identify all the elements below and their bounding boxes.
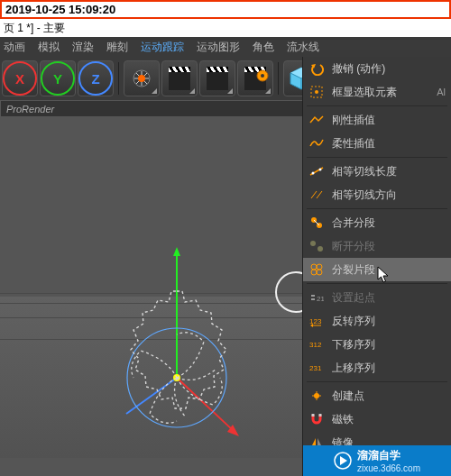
window-titlebar: 页 1 *] - 主要: [0, 19, 451, 38]
menu-frame-sel-kbd: Al: [437, 87, 446, 97]
menu-sep-1: [307, 105, 447, 106]
menu-render[interactable]: 渲染: [72, 40, 94, 55]
timestamp-bar: 2019-10-25 15:09:20: [0, 0, 451, 19]
menu-seq-up-label: 上移序列: [332, 361, 375, 376]
menu-split-seg-label: 分裂片段: [332, 262, 375, 278]
split-icon: [308, 261, 325, 278]
menu-mograph[interactable]: 运动图形: [197, 40, 240, 55]
svg-marker-6: [173, 247, 180, 256]
menu-pipeline[interactable]: 流水线: [287, 40, 319, 55]
viewport-3d[interactable]: [0, 116, 303, 476]
magnet-icon: [308, 411, 325, 427]
gear-icon: [255, 69, 277, 87]
menu-merge-seg[interactable]: 合并分段: [303, 211, 451, 234]
svg-point-27: [317, 264, 322, 270]
menu-sep-4: [307, 283, 447, 284]
menu-sep-2: [307, 157, 447, 158]
timestamp-text: 2019-10-25 15:09:20: [5, 3, 115, 16]
svg-line-19: [311, 191, 317, 198]
menu-sculpt[interactable]: 雕刻: [106, 40, 128, 55]
svg-line-9: [126, 378, 177, 414]
eq-dir-icon: [308, 187, 325, 203]
menu-eq-dir[interactable]: 相等切线方向: [303, 183, 451, 206]
clapper-red-icon: [207, 67, 228, 90]
svg-line-20: [317, 191, 322, 198]
render-button[interactable]: [124, 60, 160, 96]
svg-point-29: [317, 270, 322, 275]
render-queue-button[interactable]: [199, 60, 235, 96]
menu-rigid[interactable]: 刚性插值: [303, 108, 451, 132]
menu-seq-up[interactable]: 231 上移序列: [303, 356, 451, 380]
setstart-icon: 213: [308, 289, 325, 306]
sequp-icon: 231: [308, 360, 325, 376]
menu-frame-sel-label: 框显选取元素: [332, 85, 397, 100]
menu-anim[interactable]: 动画: [4, 40, 25, 55]
viewport-engine-label: ProRender: [0, 100, 303, 118]
svg-point-26: [311, 264, 317, 270]
viewport-content: [0, 116, 303, 476]
svg-marker-45: [340, 456, 347, 465]
menu-soft[interactable]: 柔性插值: [303, 132, 451, 155]
rigid-icon: [308, 112, 325, 128]
menu-rigid-label: 刚性插值: [332, 113, 375, 128]
menu-set-start[interactable]: 213 设置起点: [303, 286, 451, 309]
engine-text: ProRender: [6, 104, 54, 114]
menu-seq-down[interactable]: 312 下移序列: [303, 333, 451, 356]
svg-rect-31: [311, 298, 315, 300]
menu-sim[interactable]: 模拟: [38, 40, 60, 55]
svg-line-23: [314, 220, 319, 225]
menu-create-pt[interactable]: 创建点: [303, 384, 451, 407]
menu-frame-sel[interactable]: 框显选取元素 Al: [303, 80, 451, 104]
svg-point-12: [276, 272, 303, 312]
menu-eq-dir-label: 相等切线方向: [332, 188, 397, 203]
menu-character[interactable]: 角色: [253, 40, 274, 55]
toolbar-sep-1: [118, 62, 119, 95]
creatept-icon: [308, 388, 325, 404]
menu-undo[interactable]: 撤销 (动作): [303, 57, 451, 80]
merge-icon: [308, 215, 325, 231]
x-icon: X: [3, 61, 37, 96]
menu-split-seg[interactable]: 分裂片段: [303, 258, 451, 281]
svg-text:123: 123: [309, 317, 322, 325]
svg-point-18: [319, 169, 322, 171]
svg-point-3: [261, 74, 264, 78]
break-icon: [308, 238, 325, 254]
nav-widget[interactable]: [263, 265, 303, 319]
svg-point-1: [138, 75, 145, 82]
svg-text:213: 213: [317, 295, 324, 303]
seqdown-icon: 312: [308, 336, 325, 352]
frame-icon: [308, 84, 325, 100]
render-icon: [130, 67, 153, 90]
clapper-icon: [169, 67, 190, 90]
svg-point-25: [318, 246, 323, 252]
menu-sep-3: [307, 208, 447, 209]
menu-magnet[interactable]: 磁铁: [303, 407, 451, 431]
axis-y-button[interactable]: Y: [40, 60, 76, 96]
watermark-url: zixue.3d66.com: [357, 463, 420, 473]
menu-reverse[interactable]: 123 反转序列: [303, 309, 451, 333]
toolbar-sep-2: [278, 62, 279, 95]
menu-break-seg-label: 断开分段: [332, 239, 375, 254]
menubar: 动画 模拟 渲染 雕刻 运动跟踪 运动图形 角色 流水线: [0, 37, 451, 57]
menu-soft-label: 柔性插值: [332, 136, 375, 151]
window-title-text: 页 1 *] - 主要: [4, 21, 65, 36]
menu-sep-5: [307, 381, 447, 382]
axis-x-button[interactable]: X: [2, 60, 38, 96]
svg-point-15: [315, 90, 318, 94]
menu-eq-len[interactable]: 相等切线长度: [303, 160, 451, 183]
context-menu-panel: 撤销 (动作) 框显选取元素 Al 刚性插值 柔性插值 相等切线长度 相等切线方…: [302, 57, 451, 476]
undo-icon: [308, 60, 325, 77]
reverse-icon: 123: [308, 313, 325, 329]
menu-tracking[interactable]: 运动跟踪: [141, 40, 184, 55]
menu-break-seg[interactable]: 断开分段: [303, 234, 451, 258]
svg-text:312: 312: [309, 341, 322, 349]
watermark-brand: 溜溜自学: [357, 448, 420, 463]
play-icon: [334, 452, 352, 470]
svg-text:231: 231: [309, 364, 322, 372]
menu-undo-label: 撤销 (动作): [332, 61, 385, 77]
svg-rect-41: [319, 414, 322, 416]
render-pv-button[interactable]: [161, 60, 198, 96]
render-settings-button[interactable]: [237, 60, 273, 96]
clapper-green-icon: [244, 67, 266, 90]
axis-z-button[interactable]: Z: [78, 60, 114, 96]
